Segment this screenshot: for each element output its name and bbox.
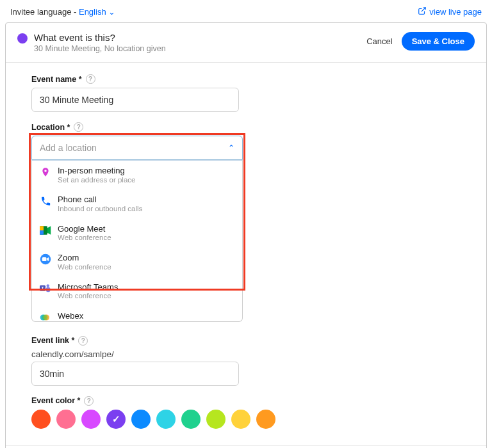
svg-point-9 (47, 284, 50, 287)
location-option-title: Phone call (58, 195, 142, 205)
panel-subtitle: 30 Minute Meeting, No location given (34, 44, 166, 53)
gmeet-icon (40, 225, 51, 236)
svg-rect-3 (40, 226, 44, 230)
teams-icon: T (40, 283, 51, 294)
pin-icon (40, 166, 51, 178)
color-swatch[interactable] (156, 410, 176, 429)
location-option-desc: Set an address or place (58, 176, 135, 185)
location-option[interactable]: Webex (32, 306, 242, 321)
color-swatch[interactable] (231, 410, 250, 429)
event-name-input[interactable] (31, 88, 239, 112)
location-option-title: Microsoft Teams (58, 282, 118, 292)
language-select[interactable]: English ⌄ (79, 7, 115, 17)
webex-icon (40, 312, 51, 321)
location-label: Location * (31, 123, 70, 132)
color-swatch[interactable] (56, 410, 76, 429)
location-option[interactable]: Phone callInbound or outbound calls (32, 189, 242, 218)
color-swatches (31, 410, 461, 429)
color-swatch[interactable] (106, 410, 126, 429)
svg-line-0 (422, 8, 425, 12)
cancel-button[interactable]: Cancel (366, 36, 392, 46)
help-icon[interactable]: ? (74, 122, 83, 132)
location-option-desc: Web conference (58, 234, 111, 243)
location-option-title: In-person meeting (58, 166, 135, 176)
chevron-up-icon: ⌃ (228, 143, 234, 152)
event-editor-panel: What event is this? 30 Minute Meeting, N… (5, 22, 487, 448)
location-dropdown: In-person meetingSet an address or place… (31, 160, 243, 322)
color-swatch[interactable] (81, 410, 101, 429)
invitee-language: Invitee language - English ⌄ (10, 7, 115, 17)
svg-point-13 (42, 314, 47, 320)
location-placeholder: Add a location (40, 143, 97, 153)
event-link-label: Event link * (31, 336, 74, 345)
color-swatch[interactable] (256, 410, 275, 429)
help-icon[interactable]: ? (86, 74, 95, 84)
help-icon[interactable]: ? (78, 336, 88, 346)
location-option-title: Webex (58, 311, 83, 321)
event-color-label: Event color * (31, 396, 80, 405)
svg-point-1 (44, 170, 46, 172)
location-option-title: Google Meet (58, 224, 111, 234)
location-option[interactable]: TMicrosoft TeamsWeb conference (32, 277, 242, 306)
view-live-link[interactable]: view live page (418, 6, 482, 17)
location-option-desc: Web conference (58, 263, 111, 272)
location-option-desc: Inbound or outbound calls (58, 205, 142, 214)
event-link-prefix: calendly.com/samlpe/ (31, 349, 461, 359)
location-option-desc: Web conference (58, 292, 118, 301)
event-color-indicator (17, 33, 28, 44)
color-swatch[interactable] (131, 410, 151, 429)
help-icon[interactable]: ? (84, 396, 94, 406)
location-option-title: Zoom (58, 253, 111, 263)
event-link-input[interactable] (31, 362, 239, 386)
event-name-label: Event name * (31, 75, 82, 84)
external-link-icon (418, 6, 427, 17)
svg-rect-6 (42, 257, 47, 261)
color-swatch[interactable] (206, 410, 226, 429)
panel-title: What event is this? (34, 32, 166, 43)
location-option[interactable]: In-person meetingSet an address or place (32, 161, 242, 189)
svg-rect-10 (46, 287, 51, 292)
zoom-icon (40, 253, 51, 265)
svg-rect-4 (40, 230, 44, 235)
color-swatch[interactable] (181, 410, 201, 429)
location-option[interactable]: ZoomWeb conference (32, 248, 242, 276)
save-close-button[interactable]: Save & Close (402, 32, 475, 51)
phone-icon (40, 195, 51, 207)
chevron-down-icon: ⌄ (106, 7, 116, 17)
invitee-language-label: Invitee language - (10, 7, 79, 17)
color-swatch[interactable] (31, 410, 51, 429)
location-select[interactable]: Add a location ⌃ (31, 136, 243, 160)
location-option[interactable]: Google MeetWeb conference (32, 219, 242, 248)
